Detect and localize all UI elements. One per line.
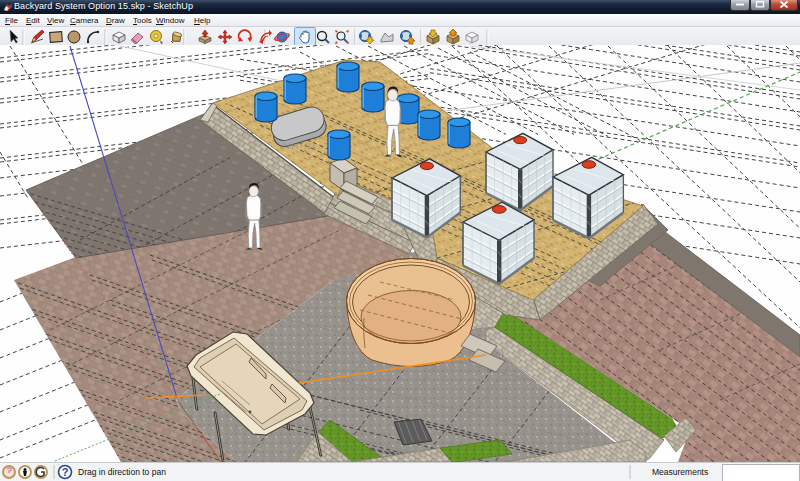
svg-text:?: ?: [62, 466, 69, 478]
